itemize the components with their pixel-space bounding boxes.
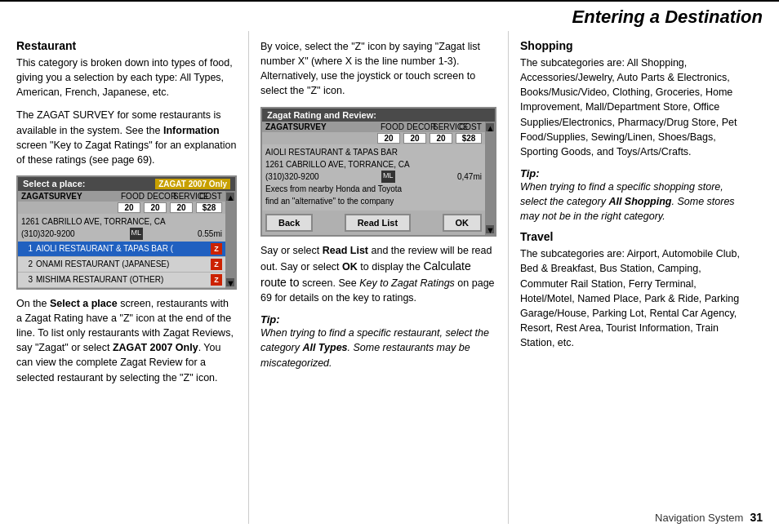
- left-column: Restaurant This category is broken down …: [0, 31, 249, 524]
- zr-distance: 0,47mi: [457, 171, 482, 183]
- zagat-list: 1 AIOLI RESTAURANT & TAPAS BAR ( Z 2 ONA…: [18, 242, 225, 288]
- zr-score2: 20: [403, 133, 426, 144]
- zr-line5: find an "alternative" to the company: [265, 195, 482, 207]
- item2-num: 2: [21, 259, 33, 268]
- scroll-down[interactable]: ▼: [226, 278, 234, 286]
- item2-name: ONAMI RESTAURANT (JAPANESE): [36, 259, 207, 268]
- zr-scroll-down[interactable]: ▼: [486, 225, 494, 233]
- shopping-tip-label: Tip:: [520, 167, 746, 180]
- score2: 20: [144, 202, 167, 213]
- zagat-cols-header: ZAGATSURVEY FOOD DECOR SERVICE COST: [18, 191, 225, 202]
- phone-line: (310)320-9200 ML 0.55mi: [21, 228, 222, 240]
- zagat-screen-left: Select a place: ZAGAT 2007 Only ZAGATSUR…: [16, 175, 237, 290]
- zr-phone: (310)320-9200: [265, 171, 319, 183]
- footer-brand: Navigation System: [655, 512, 743, 524]
- cost-col: COST: [199, 192, 222, 201]
- page-header: Entering a Destination: [0, 0, 779, 31]
- zagat-badge: ZAGAT 2007 Only: [155, 179, 230, 189]
- distance: 0.55mi: [198, 228, 222, 240]
- middle-tip-text: When trying to find a specific restauran…: [260, 326, 496, 370]
- right-column: Shopping The subcategories are: All Shop…: [509, 31, 758, 524]
- zr-score4: $28: [456, 133, 482, 144]
- zagat-rating-box: Zagat Rating and Review: ZAGATSURVEY FOO…: [260, 107, 496, 237]
- screen-header-label: Select a place:: [23, 179, 85, 188]
- zr-food-col: FOOD: [381, 122, 403, 131]
- restaurant-body2: The ZAGAT SURVEY for some restaurants is…: [16, 108, 237, 167]
- middle-body-text: Say or select Read List and the review w…: [260, 243, 496, 306]
- shopping-tip: Tip: When trying to find a specific shop…: [520, 167, 746, 224]
- food-col: FOOD: [121, 192, 144, 201]
- item3-num: 3: [21, 275, 33, 284]
- zagat-brand-col: ZAGATSURVEY: [21, 192, 118, 201]
- page-footer: Navigation System 31: [655, 511, 763, 524]
- middle-tip-label: Tip:: [260, 313, 496, 326]
- zagat-score-row: 20 20 20 $28: [18, 202, 225, 214]
- shopping-tip-text: When trying to find a specific shopping …: [520, 180, 746, 224]
- zr-cost-col: COST: [459, 122, 482, 131]
- zr-cols: ZAGATSURVEY FOOD DECOR SERVICE COST: [262, 122, 485, 132]
- restaurant-title: Restaurant: [16, 39, 237, 52]
- restaurant-body3: On the Select a place screen, restaurant…: [16, 296, 237, 385]
- list-item-1[interactable]: 1 AIOLI RESTAURANT & TAPAS BAR ( Z: [18, 242, 225, 257]
- zr-signal: ML: [381, 171, 395, 183]
- z-icon-1: Z: [211, 243, 222, 255]
- shopping-title: Shopping: [520, 39, 746, 52]
- zr-decor-col: DECOR: [407, 122, 430, 131]
- restaurant-body1: This category is broken down into types …: [16, 55, 237, 100]
- score3: 20: [170, 202, 193, 213]
- score1: 20: [118, 202, 140, 213]
- back-button[interactable]: Back: [265, 214, 313, 232]
- zr-header: Zagat Rating and Review:: [262, 109, 495, 122]
- service-col: SERVICE: [173, 192, 196, 201]
- zr-score1: 20: [377, 133, 400, 144]
- zr-line4: Execs from nearby Honda and Toyota: [265, 183, 482, 195]
- shopping-body: The subcategories are: All Shopping, Acc…: [520, 55, 746, 159]
- phone: (310)320-9200: [21, 228, 75, 240]
- zr-brand: ZAGATSURVEY: [265, 122, 377, 131]
- ok-button[interactable]: OK: [443, 214, 483, 232]
- scroll-up[interactable]: ▲: [226, 193, 234, 201]
- decor-col: DECOR: [147, 192, 170, 201]
- item1-name: AIOLI RESTAURANT & TAPAS BAR (: [36, 244, 207, 253]
- item1-num: 1: [21, 244, 33, 253]
- z-icon-3: Z: [211, 274, 222, 286]
- middle-column: By voice, select the "Z" icon by saying …: [249, 31, 509, 524]
- travel-title: Travel: [520, 230, 746, 243]
- middle-intro: By voice, select the "Z" icon by saying …: [260, 39, 496, 99]
- z-icon-2: Z: [211, 259, 222, 270]
- scrollbar[interactable]: ▲ ▼: [225, 191, 235, 288]
- zr-line2: 1261 CABRILLO AVE, TORRANCE, CA: [265, 158, 482, 171]
- item3-name: MISHIMA RESTAURANT (OTHER): [36, 275, 207, 284]
- zr-buttons: Back Read List OK: [262, 211, 485, 235]
- signal: ML: [130, 228, 144, 240]
- zr-score-row: 20 20 20 $28: [262, 132, 485, 144]
- list-item-2[interactable]: 2 ONAMI RESTAURANT (JAPANESE) Z: [18, 257, 225, 273]
- address-line: 1261 CABRILLO AVE, TORRANCE, CA: [21, 215, 222, 228]
- footer-page: 31: [750, 511, 763, 524]
- zr-line1: AIOLI RESTAURANT & TAPAS BAR: [265, 146, 482, 158]
- zr-body: AIOLI RESTAURANT & TAPAS BAR 1261 CABRIL…: [262, 144, 485, 211]
- list-item-3[interactable]: 3 MISHIMA RESTAURANT (OTHER) Z: [18, 273, 225, 288]
- page-title: Entering a Destination: [16, 7, 763, 28]
- zr-scrollbar[interactable]: ▲ ▼: [485, 122, 495, 235]
- zr-service-col: SERVICE: [433, 122, 456, 131]
- zagat-screen-header: Select a place: ZAGAT 2007 Only: [18, 177, 235, 191]
- travel-body: The subcategories are: Airport, Automobi…: [520, 246, 746, 350]
- score4: $28: [196, 202, 222, 213]
- middle-tip: Tip: When trying to find a specific rest…: [260, 313, 496, 370]
- zr-score3: 20: [430, 133, 452, 144]
- zagat-info-rows: 1261 CABRILLO AVE, TORRANCE, CA (310)320…: [18, 214, 225, 242]
- read-list-button[interactable]: Read List: [345, 214, 412, 232]
- zr-scroll-up[interactable]: ▲: [486, 123, 494, 131]
